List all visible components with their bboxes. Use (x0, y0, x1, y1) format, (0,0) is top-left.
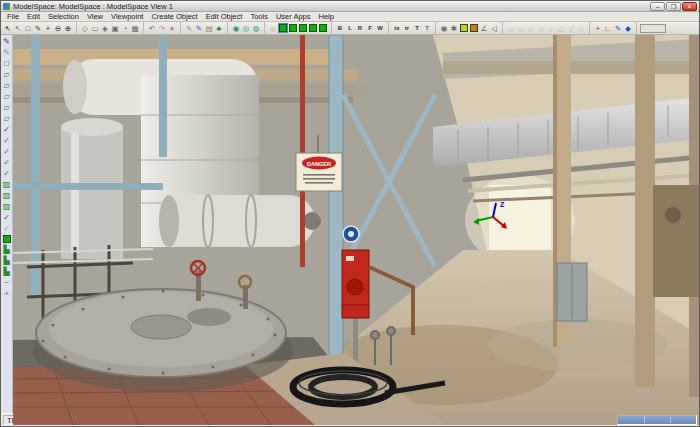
ref-tri-down-icon[interactable]: ▽ (566, 23, 576, 34)
sketch-pencil-icon[interactable]: ✎ (1, 36, 12, 47)
menu-file[interactable]: File (3, 12, 23, 22)
view-left-icon[interactable]: L (345, 23, 355, 34)
modelspace-window: ModelSpace: ModelSpace : ModelSpace View… (0, 0, 700, 427)
ref-plane-1-icon[interactable]: ▱ (506, 23, 516, 34)
ref-plane-4-icon[interactable]: ▱ (536, 23, 546, 34)
delete-icon[interactable]: × (167, 23, 177, 34)
density-5-icon[interactable] (319, 24, 327, 32)
select-inside-icon[interactable]: ▨ (1, 179, 12, 190)
accept-check-icon[interactable]: ✓ (1, 124, 12, 135)
maximize-button[interactable]: ❐ (666, 2, 681, 11)
text-r-icon[interactable]: tr (402, 23, 412, 34)
view-back-icon[interactable]: W (375, 23, 385, 34)
sketch-pencil-alt-icon[interactable]: ✎ (1, 47, 12, 58)
snap-tool-icon[interactable]: ◁ (489, 23, 499, 34)
rect-view-icon[interactable]: ▭ (90, 23, 100, 34)
hand-tool-icon[interactable]: ◇ (80, 23, 90, 34)
menu-selection[interactable]: Selection (44, 12, 83, 22)
apply-selection-icon[interactable]: ✓ (1, 212, 12, 223)
lamp-tool-icon[interactable]: ☼ (268, 23, 278, 34)
image-tool-icon[interactable]: ▤ (204, 23, 214, 34)
scanner-1-icon[interactable]: ▙ (1, 244, 12, 255)
main-toolbar: ↖↖□✎+⊖⊕◇▭◈▣◔▦↶↷×✎✎▤♣◉◎◍☼BLRFWtxtrTT◉✱∠◁▱… (1, 22, 699, 35)
tank-lid (33, 289, 293, 392)
scanner-3-icon[interactable]: ▙ (1, 266, 12, 277)
zoom-out-icon[interactable]: ⊖ (53, 23, 63, 34)
menu-edit[interactable]: Edit (23, 12, 44, 22)
check-inside-icon[interactable]: ✓ (1, 135, 12, 146)
view-bottom-icon[interactable]: B (335, 23, 345, 34)
seek-tool-icon[interactable]: ◉ (231, 23, 241, 34)
right-column-b (635, 35, 655, 387)
settings-gear-icon[interactable]: ✱ (449, 23, 459, 34)
eye-tool-icon[interactable]: ◉ (439, 23, 449, 34)
level-tool-icon[interactable]: ∟ (603, 23, 613, 34)
ref-plane-2-icon[interactable]: ▱ (516, 23, 526, 34)
fence-polygon-5-icon[interactable]: ▱ (1, 113, 12, 124)
pick-tool-icon[interactable]: ↖ (13, 23, 23, 34)
viewport-frame-icon[interactable]: ▦ (130, 23, 140, 34)
draw-line-icon[interactable]: ✎ (33, 23, 43, 34)
far-right-equipment (653, 185, 700, 297)
add-points-icon[interactable]: + (1, 288, 12, 299)
annotate-pen-icon[interactable]: ✎ (194, 23, 204, 34)
fence-select-icon[interactable]: □ (23, 23, 33, 34)
nav-blue-icon[interactable]: ◆ (623, 23, 633, 34)
zoom-in-icon[interactable]: ⊕ (63, 23, 73, 34)
highlight-yellow-icon[interactable] (460, 24, 468, 32)
scanner-2-icon[interactable]: ▙ (1, 255, 12, 266)
cloud-tool-icon[interactable]: ◎ (241, 23, 251, 34)
ref-tri-up-icon[interactable]: △ (556, 23, 566, 34)
density-3-icon[interactable] (299, 24, 307, 32)
select-all-icon[interactable]: ▨ (1, 201, 12, 212)
add-point-icon[interactable]: + (593, 23, 603, 34)
highlight-orange-icon[interactable] (470, 24, 478, 32)
redo-icon[interactable]: ↷ (157, 23, 167, 34)
select-outside-icon[interactable]: ▨ (1, 190, 12, 201)
check-outside-icon[interactable]: ✓ (1, 146, 12, 157)
fence-polygon-3-icon[interactable]: ▱ (1, 91, 12, 102)
menu-tools[interactable]: Tools (246, 12, 272, 22)
ref-circle-icon[interactable]: ○ (546, 23, 556, 34)
pan-tool-icon[interactable]: + (43, 23, 53, 34)
sketch-blue-icon[interactable]: ✎ (613, 23, 623, 34)
fence-polygon-2-icon[interactable]: ▱ (1, 80, 12, 91)
modelspace-viewport[interactable]: DANGER (13, 35, 700, 425)
view-history-icon[interactable]: ◔ (120, 23, 130, 34)
text-box-icon[interactable]: T (412, 23, 422, 34)
ref-plane-3-icon[interactable]: ▱ (526, 23, 536, 34)
view-right-icon[interactable]: R (355, 23, 365, 34)
measure-pen-icon[interactable]: ✎ (184, 23, 194, 34)
check-region-icon[interactable]: ✓ (1, 168, 12, 179)
fence-polygon-4-icon[interactable]: ▱ (1, 102, 12, 113)
link-tool-icon[interactable]: ∠ (479, 23, 489, 34)
menu-view[interactable]: View (83, 12, 107, 22)
density-4-icon[interactable] (309, 24, 317, 32)
readout-box-icon[interactable] (640, 24, 666, 33)
menu-edit-object[interactable]: Edit Object (202, 12, 247, 22)
menu-viewpoint[interactable]: Viewpoint (107, 12, 147, 22)
remove-points-icon[interactable]: − (1, 277, 12, 288)
select-tool-icon[interactable]: ↖ (3, 23, 13, 34)
menu-create-object[interactable]: Create Object (147, 12, 201, 22)
vegetation-tool-icon[interactable]: ♣ (214, 23, 224, 34)
density-2-icon[interactable] (289, 24, 297, 32)
active-cloud-icon[interactable] (3, 235, 11, 243)
camera-view-icon[interactable]: ▣ (110, 23, 120, 34)
minimize-button[interactable]: – (650, 2, 665, 11)
menu-user-apps[interactable]: User Apps (272, 12, 315, 22)
density-1-icon[interactable] (279, 24, 287, 32)
point-nav-icon[interactable]: ◍ (251, 23, 261, 34)
fence-polygon-1-icon[interactable]: ▱ (1, 69, 12, 80)
undo-icon[interactable]: ↶ (147, 23, 157, 34)
diamond-view-icon[interactable]: ◈ (100, 23, 110, 34)
clear-selection-icon[interactable]: ✓ (1, 223, 12, 234)
ref-diamond-icon[interactable]: ◇ (576, 23, 586, 34)
menu-help[interactable]: Help (315, 12, 338, 22)
check-visible-icon[interactable]: ✓ (1, 157, 12, 168)
view-front-icon[interactable]: F (365, 23, 375, 34)
fence-rectangle-icon[interactable]: □ (1, 58, 12, 69)
text-x-icon[interactable]: tx (392, 23, 402, 34)
text-frame-icon[interactable]: T (422, 23, 432, 34)
close-button[interactable]: × (682, 2, 697, 11)
